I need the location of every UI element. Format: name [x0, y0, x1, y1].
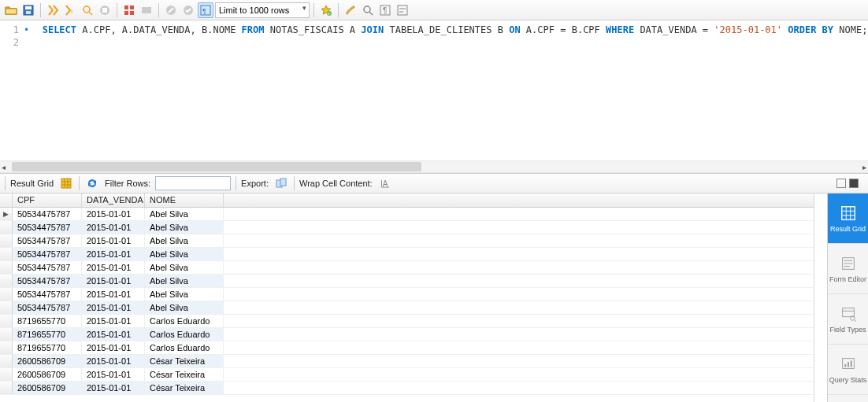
- cell-nome[interactable]: César Teixeira: [145, 382, 224, 394]
- scroll-right-icon[interactable]: ▸: [862, 163, 866, 171]
- table-row[interactable]: 87196557702015-01-01Carlos Eduardo: [0, 315, 814, 328]
- row-header[interactable]: [0, 234, 13, 247]
- row-header[interactable]: [0, 315, 13, 327]
- cell-data-venda[interactable]: 2015-01-01: [82, 275, 145, 287]
- cell-cpf[interactable]: 8719655770: [13, 328, 82, 341]
- scroll-left-icon[interactable]: ◂: [2, 163, 6, 171]
- panel-maximize-icon[interactable]: [849, 179, 859, 188]
- cell-nome[interactable]: César Teixeira: [145, 368, 224, 381]
- row-header[interactable]: [0, 221, 13, 234]
- cell-data-venda[interactable]: 2015-01-01: [82, 288, 145, 301]
- cell-cpf[interactable]: 8719655770: [13, 341, 82, 354]
- cell-nome[interactable]: Carlos Eduardo: [145, 341, 224, 354]
- cell-nome[interactable]: Abel Silva: [145, 208, 224, 220]
- toggle-invisible-icon[interactable]: ¶: [377, 2, 393, 18]
- row-header[interactable]: [0, 341, 13, 354]
- result-grid-icon[interactable]: [58, 175, 74, 191]
- cell-data-venda[interactable]: 2015-01-01: [82, 315, 145, 327]
- column-header-data-venda[interactable]: DATA_VENDA: [82, 194, 145, 207]
- cell-data-venda[interactable]: 2015-01-01: [82, 221, 145, 234]
- column-header-cpf[interactable]: CPF: [13, 194, 82, 207]
- row-header[interactable]: [0, 368, 13, 381]
- cell-cpf[interactable]: 50534475787: [13, 208, 82, 220]
- side-tab-field-types[interactable]: Field Types: [828, 294, 868, 345]
- sql-editor[interactable]: 1 SELECT A.CPF, A.DATA_VENDA, B.NOME FRO…: [0, 20, 868, 160]
- cell-nome[interactable]: Abel Silva: [145, 234, 224, 247]
- vertical-scrollbar[interactable]: [814, 194, 827, 402]
- refresh-icon[interactable]: [84, 175, 100, 191]
- result-grid[interactable]: CPF DATA_VENDA NOME ▶505344757872015-01-…: [0, 194, 814, 402]
- table-row[interactable]: 505344757872015-01-01Abel Silva: [0, 248, 814, 261]
- row-header[interactable]: [0, 275, 13, 287]
- cell-data-venda[interactable]: 2015-01-01: [82, 368, 145, 381]
- cell-data-venda[interactable]: 2015-01-01: [82, 248, 145, 260]
- cell-cpf[interactable]: 50534475787: [13, 234, 82, 247]
- table-row[interactable]: 26005867092015-01-01César Teixeira: [0, 368, 814, 382]
- favorite-icon[interactable]: +: [318, 2, 334, 18]
- cell-nome[interactable]: Carlos Eduardo: [145, 315, 224, 327]
- table-row[interactable]: 26005867092015-01-01César Teixeira: [0, 382, 814, 395]
- commit-icon[interactable]: [139, 2, 154, 18]
- execute-icon[interactable]: [45, 2, 61, 18]
- cell-nome[interactable]: Abel Silva: [145, 288, 224, 301]
- cell-data-venda[interactable]: 2015-01-01: [82, 208, 145, 220]
- row-header[interactable]: [0, 355, 13, 367]
- cell-cpf[interactable]: 50534475787: [13, 288, 82, 301]
- cell-nome[interactable]: Abel Silva: [145, 221, 224, 234]
- cell-nome[interactable]: Abel Silva: [145, 261, 224, 274]
- open-file-icon[interactable]: [3, 2, 19, 18]
- row-header[interactable]: [0, 261, 13, 274]
- cell-data-venda[interactable]: 2015-01-01: [82, 341, 145, 354]
- execute-current-icon[interactable]: I: [62, 2, 78, 18]
- row-header[interactable]: [0, 382, 13, 394]
- cell-cpf[interactable]: 2600586709: [13, 382, 82, 394]
- export-icon[interactable]: [273, 175, 289, 191]
- cell-cpf[interactable]: 50534475787: [13, 275, 82, 287]
- table-row[interactable]: 505344757872015-01-01Abel Silva: [0, 275, 814, 288]
- table-row[interactable]: 505344757872015-01-01Abel Silva: [0, 221, 814, 234]
- limit-ok-icon[interactable]: [180, 2, 196, 18]
- side-tab-form-editor[interactable]: Form Editor: [828, 244, 868, 294]
- row-header[interactable]: [0, 328, 13, 341]
- cell-nome[interactable]: César Teixeira: [145, 355, 224, 367]
- toggle-whitespace-icon[interactable]: ¶: [198, 2, 213, 18]
- side-tab-result-grid[interactable]: Result Grid: [828, 194, 868, 244]
- cell-nome[interactable]: Abel Silva: [145, 248, 224, 260]
- cell-data-venda[interactable]: 2015-01-01: [82, 261, 145, 274]
- table-row[interactable]: 87196557702015-01-01Carlos Eduardo: [0, 328, 814, 341]
- cell-cpf[interactable]: 50534475787: [13, 301, 82, 314]
- panel-dock-icon[interactable]: [836, 179, 846, 188]
- cell-data-venda[interactable]: 2015-01-01: [82, 382, 145, 394]
- cell-nome[interactable]: Carlos Eduardo: [145, 328, 224, 341]
- row-header[interactable]: [0, 288, 13, 301]
- row-limit-select[interactable]: [215, 2, 310, 18]
- cell-data-venda[interactable]: 2015-01-01: [82, 234, 145, 247]
- table-row[interactable]: 26005867092015-01-01César Teixeira: [0, 355, 814, 368]
- save-file-icon[interactable]: [20, 2, 36, 18]
- column-header-nome[interactable]: NOME: [145, 194, 224, 207]
- cell-cpf[interactable]: 2600586709: [13, 355, 82, 367]
- table-row[interactable]: ▶505344757872015-01-01Abel Silva: [0, 208, 814, 221]
- cell-data-venda[interactable]: 2015-01-01: [82, 328, 145, 341]
- stop-icon[interactable]: [97, 2, 113, 18]
- cell-data-venda[interactable]: 2015-01-01: [82, 355, 145, 367]
- table-row[interactable]: 87196557702015-01-01Carlos Eduardo: [0, 341, 814, 355]
- table-row[interactable]: 505344757872015-01-01Abel Silva: [0, 261, 814, 275]
- beautify-icon[interactable]: [343, 2, 358, 18]
- wrap-cell-icon[interactable]: IA: [377, 175, 393, 191]
- row-header[interactable]: ▶: [0, 208, 13, 220]
- find-icon[interactable]: [360, 2, 376, 18]
- cell-data-venda[interactable]: 2015-01-01: [82, 301, 145, 314]
- cell-cpf[interactable]: 50534475787: [13, 221, 82, 234]
- cell-cpf[interactable]: 8719655770: [13, 315, 82, 327]
- filter-rows-input[interactable]: [155, 176, 231, 190]
- table-row[interactable]: 505344757872015-01-01Abel Silva: [0, 301, 814, 315]
- limit-off-icon[interactable]: [163, 2, 179, 18]
- table-row[interactable]: 505344757872015-01-01Abel Silva: [0, 288, 814, 301]
- sql-code-line[interactable]: SELECT A.CPF, A.DATA_VENDA, B.NOME FROM …: [25, 24, 867, 36]
- cell-nome[interactable]: Abel Silva: [145, 301, 224, 314]
- table-row[interactable]: 505344757872015-01-01Abel Silva: [0, 234, 814, 248]
- row-header[interactable]: [0, 248, 13, 260]
- cell-cpf[interactable]: 2600586709: [13, 368, 82, 381]
- cell-cpf[interactable]: 50534475787: [13, 248, 82, 260]
